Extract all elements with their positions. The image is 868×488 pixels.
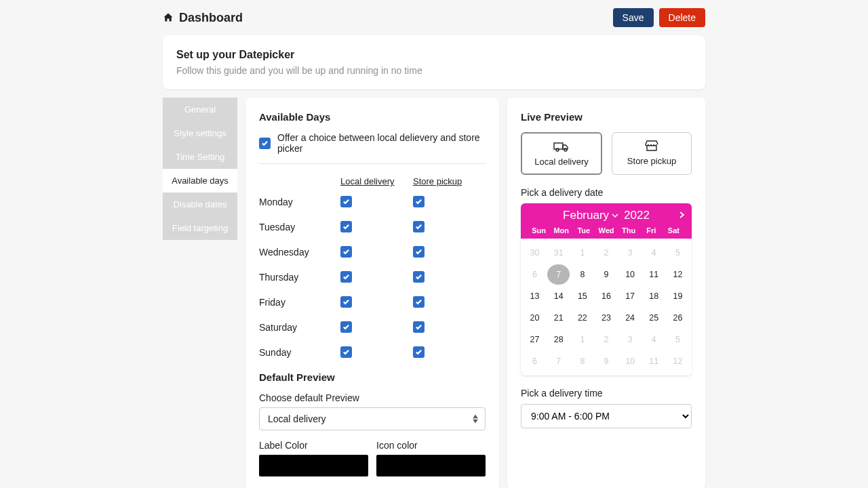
tab-disable-dates[interactable]: Disable dates (163, 192, 237, 216)
local-delivery-option[interactable]: Local delivery (521, 132, 602, 175)
calendar-day[interactable]: 8 (571, 264, 593, 285)
local-delivery-label: Local delivery (534, 157, 589, 167)
save-button[interactable]: Save (613, 8, 654, 27)
calendar-day[interactable]: 18 (643, 286, 665, 306)
store-pickup-checkbox-wednesday[interactable] (413, 246, 425, 258)
calendar-day[interactable]: 25 (643, 308, 665, 328)
svg-rect-0 (554, 143, 563, 149)
offer-choice-checkbox[interactable] (259, 138, 271, 149)
calendar-day: 5 (667, 243, 689, 263)
calendar-dow: Fri (640, 226, 663, 235)
calendar-day: 6 (524, 351, 546, 371)
pick-time-label: Pick a delivery time (521, 388, 692, 399)
pick-date-label: Pick a delivery date (521, 187, 692, 198)
default-preview-title: Default Preview (259, 371, 486, 383)
tab-available-days[interactable]: Available days (163, 169, 237, 192)
calendar-day: 11 (643, 351, 665, 371)
store-pickup-option[interactable]: Store pickup (612, 132, 692, 175)
calendar-day[interactable]: 7 (547, 264, 570, 285)
calendar-day[interactable]: 22 (571, 308, 593, 328)
calendar-dow: Thu (618, 226, 640, 235)
tab-time-setting[interactable]: Time Setting (163, 145, 237, 169)
intro-title: Set up your Datepicker (176, 49, 692, 61)
column-store-pickup: Store pickup (413, 176, 486, 186)
calendar-day: 2 (595, 243, 617, 263)
store-pickup-checkbox-thursday[interactable] (413, 271, 425, 283)
local-delivery-checkbox-wednesday[interactable] (340, 246, 352, 258)
tab-general[interactable]: General (163, 98, 237, 121)
local-delivery-checkbox-tuesday[interactable] (340, 221, 352, 232)
calendar-day[interactable]: 17 (619, 286, 642, 306)
calendar-day[interactable]: 23 (595, 308, 617, 328)
live-preview-title: Live Preview (521, 111, 692, 123)
calendar-day: 9 (595, 351, 617, 371)
day-label: Saturday (259, 322, 340, 333)
chevron-right-icon (678, 211, 685, 219)
store-pickup-checkbox-tuesday[interactable] (413, 221, 425, 232)
calendar-next-button[interactable] (678, 210, 685, 221)
store-pickup-checkbox-monday[interactable] (413, 196, 425, 207)
calendar-day: 7 (547, 351, 570, 371)
local-delivery-checkbox-saturday[interactable] (340, 321, 352, 333)
calendar-day: 1 (571, 329, 593, 350)
calendar-day[interactable]: 21 (547, 308, 570, 328)
calendar-day[interactable]: 28 (547, 329, 570, 350)
local-delivery-checkbox-monday[interactable] (340, 196, 352, 207)
calendar-dow: Wed (595, 226, 617, 235)
default-preview-select[interactable]: Local delivery (259, 407, 486, 430)
store-pickup-checkbox-friday[interactable] (413, 296, 425, 308)
calendar-day: 4 (643, 329, 665, 350)
calendar-day: 5 (667, 329, 689, 350)
day-label: Monday (259, 197, 340, 207)
chevron-down-icon (612, 213, 618, 218)
store-pickup-checkbox-sunday[interactable] (413, 346, 425, 358)
divider (259, 163, 486, 164)
calendar-day[interactable]: 11 (643, 264, 665, 285)
calendar-day[interactable]: 14 (547, 286, 570, 306)
svg-point-2 (564, 148, 567, 151)
calendar-day[interactable]: 27 (524, 329, 546, 350)
day-label: Friday (259, 297, 340, 308)
calendar-day[interactable]: 26 (667, 308, 689, 328)
icon-color-label: Icon color (376, 440, 486, 451)
page-title: Dashboard (179, 11, 243, 25)
calendar-day[interactable]: 16 (595, 286, 617, 306)
store-pickup-checkbox-saturday[interactable] (413, 321, 425, 333)
calendar-month-select[interactable]: February (563, 209, 618, 222)
calendar-day[interactable]: 12 (667, 264, 689, 285)
truck-icon (553, 140, 570, 152)
day-label: Sunday (259, 347, 340, 358)
column-local-delivery: Local delivery (340, 176, 413, 186)
default-preview-label: Choose default Preview (259, 392, 486, 403)
calendar-dow: Sat (663, 226, 685, 235)
home-icon (163, 12, 174, 23)
calendar-day: 4 (643, 243, 665, 263)
local-delivery-checkbox-sunday[interactable] (340, 346, 352, 358)
calendar-day[interactable]: 19 (667, 286, 689, 306)
available-days-title: Available Days (259, 111, 486, 123)
store-pickup-label: Store pickup (627, 156, 676, 166)
calendar-day[interactable]: 10 (619, 264, 642, 285)
local-delivery-checkbox-thursday[interactable] (340, 271, 352, 283)
calendar-day: 6 (524, 264, 546, 285)
delivery-time-select[interactable]: 9:00 AM - 6:00 PM (521, 404, 692, 428)
calendar-day: 31 (547, 243, 570, 263)
calendar-day[interactable]: 9 (595, 264, 617, 285)
local-delivery-checkbox-friday[interactable] (340, 296, 352, 308)
tab-style-settings[interactable]: Style settings (163, 121, 237, 145)
label-color-label: Label Color (259, 440, 368, 451)
calendar-day: 3 (619, 329, 642, 350)
tab-field-targeting[interactable]: Field targeting (163, 216, 237, 240)
calendar-year-select[interactable]: 2022 (624, 209, 650, 222)
calendar-day[interactable]: 15 (571, 286, 593, 306)
intro-subtitle: Follow this guide and you will be up and… (176, 65, 692, 76)
delete-button[interactable]: Delete (659, 8, 705, 27)
calendar-day[interactable]: 24 (619, 308, 642, 328)
calendar-day[interactable]: 13 (524, 286, 546, 306)
calendar-day[interactable]: 20 (524, 308, 546, 328)
calendar-dow: Tue (572, 226, 595, 235)
svg-point-1 (556, 148, 559, 151)
calendar-day: 3 (619, 243, 642, 263)
label-color-picker[interactable] (259, 455, 368, 476)
icon-color-picker[interactable] (376, 455, 486, 476)
